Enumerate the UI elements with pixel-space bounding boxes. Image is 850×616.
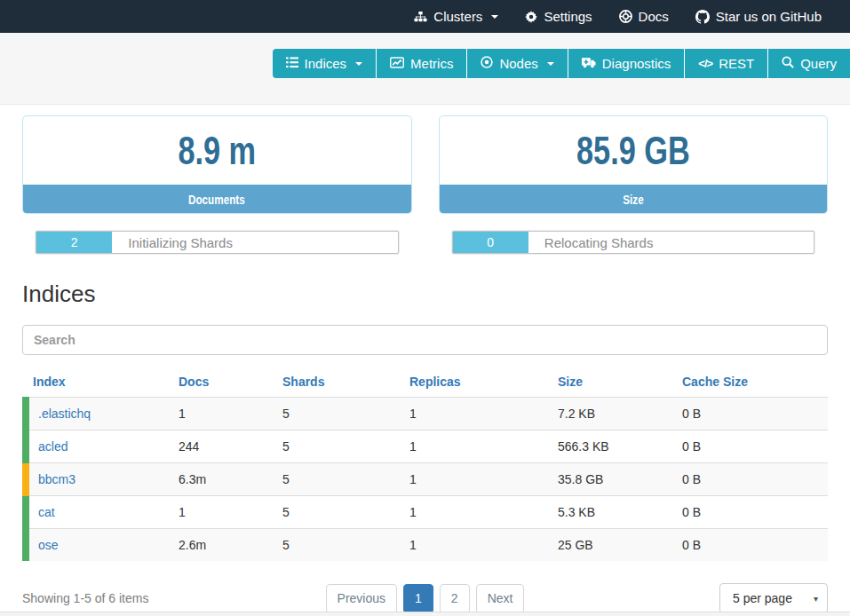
index-link[interactable]: cat [38,505,55,519]
pagination-summary: Showing 1-5 of 6 items [22,591,148,605]
gear-icon [525,11,537,23]
nav-settings[interactable]: Settings [525,9,592,24]
search-input[interactable] [22,325,828,355]
chevron-down-icon [491,15,498,19]
list-icon [286,56,298,71]
node-dot-icon [481,56,493,71]
documents-value: 8.9 m [23,116,411,185]
nav-indices-button[interactable]: Indices [273,49,377,78]
replicas-cell: 1 [402,529,551,562]
cache-size-cell: 0 B [675,496,828,529]
relocating-shards-label: Relocating Shards [544,235,654,250]
initializing-shards-value: 2 [71,235,78,249]
table-row: .elastichq 1 5 1 7.2 KB 0 B [26,398,828,430]
index-name-cell: cat [26,496,171,529]
pager: Previous 1 2 Next [326,584,525,613]
nav-nodes-button[interactable]: Nodes [466,49,567,78]
size-cell: 7.2 KB [551,398,675,430]
documents-label: Documents [23,185,411,213]
table-row: ose 2.6m 5 1 25 GB 0 B [26,529,828,562]
docs-cell: 1 [171,398,275,430]
nav-diagnostics-button[interactable]: Diagnostics [568,49,685,78]
nav-query-button[interactable]: Query [767,49,850,78]
docs-cell: 2.6m [171,529,275,562]
indices-table: Index Docs Shards Replicas Size Cache Si… [22,367,828,561]
index-name-cell: ose [26,529,171,562]
page-button-1[interactable]: 1 [403,584,433,613]
docs-cell: 1 [171,496,275,529]
globe-icon [619,10,632,23]
shards-cell: 5 [275,398,402,430]
previous-page-button[interactable]: Previous [326,584,397,613]
size-value: 85.9 GB [440,116,828,185]
sub-navbar: Indices Metrics Nodes Diagnostics </> RE… [0,33,850,105]
column-header-shards[interactable]: Shards [275,367,402,398]
nav-rest-button[interactable]: </> REST [684,49,767,78]
pagination-bar: Showing 1-5 of 6 items Previous 1 2 Next… [22,580,828,616]
cache-size-cell: 0 B [675,430,828,463]
footer-strip [0,612,850,616]
replicas-cell: 1 [402,430,551,463]
index-link[interactable]: bbcm3 [38,472,75,486]
search-icon [782,56,794,71]
table-row: bbcm3 6.3m 5 1 35.8 GB 0 B [26,463,828,496]
per-page-select[interactable]: 5 per page ▾ [719,583,828,613]
top-navbar: Clusters Settings Docs Star us on GitHub [0,0,850,33]
relocating-shards-value: 0 [487,235,494,249]
nav-indices-label: Indices [305,56,347,71]
docs-cell: 6.3m [171,463,275,496]
relocating-shards-fill: 0 [453,232,528,253]
shards-cell: 5 [275,529,402,562]
initializing-shards-label: Initializing Shards [128,235,233,250]
nav-github[interactable]: Star us on GitHub [695,9,822,24]
column-header-index[interactable]: Index [26,367,171,398]
code-icon: </> [698,57,712,70]
page-button-2[interactable]: 2 [440,584,470,613]
nav-docs-label: Docs [639,9,669,24]
per-page-value: 5 per page [733,591,792,605]
replicas-cell: 1 [402,463,551,496]
replicas-cell: 1 [402,398,551,430]
relocating-shards-meter: 0 Relocating Shards [452,231,815,254]
ambulance-icon [582,56,596,71]
column-header-replicas[interactable]: Replicas [402,367,551,398]
shards-cell: 5 [275,496,402,529]
github-icon [695,10,710,24]
documents-card: 8.9 m Documents [22,115,412,214]
size-cell: 566.3 KB [551,430,675,463]
next-page-button[interactable]: Next [476,584,525,613]
chevron-down-icon [355,62,362,66]
nav-query-label: Query [800,56,837,71]
table-row: acled 244 5 1 566.3 KB 0 B [26,430,828,463]
nav-metrics-button[interactable]: Metrics [376,49,466,78]
chevron-down-icon [547,62,554,66]
column-header-cache-size[interactable]: Cache Size [675,367,828,398]
size-label: Size [440,185,828,213]
table-header-row: Index Docs Shards Replicas Size Cache Si… [26,367,828,398]
nav-clusters[interactable]: Clusters [414,9,498,24]
index-name-cell: .elastichq [26,398,171,430]
index-link[interactable]: .elastichq [38,407,91,421]
section-nav-buttons: Indices Metrics Nodes Diagnostics </> RE… [273,49,850,78]
nav-rest-label: REST [719,56,754,71]
size-cell: 5.3 KB [551,496,675,529]
index-link[interactable]: acled [38,439,68,454]
sitemap-icon [414,11,427,23]
size-card: 85.9 GB Size [439,115,829,214]
index-name-cell: bbcm3 [26,463,171,496]
nav-clusters-label: Clusters [433,9,482,24]
cache-size-cell: 0 B [675,398,828,430]
cache-size-cell: 0 B [675,463,828,496]
column-header-docs[interactable]: Docs [171,367,275,398]
initializing-shards-meter: 2 Initializing Shards [36,231,399,254]
nav-docs[interactable]: Docs [619,9,669,24]
shard-meters: 2 Initializing Shards 0 Relocating Shard… [22,231,828,254]
size-cell: 25 GB [551,529,675,562]
cache-size-cell: 0 B [675,529,828,562]
column-header-size[interactable]: Size [551,367,675,398]
index-link[interactable]: ose [38,538,59,552]
shards-cell: 5 [275,463,402,496]
nav-github-label: Star us on GitHub [716,9,822,24]
chart-line-icon [390,56,404,71]
size-cell: 35.8 GB [551,463,675,496]
